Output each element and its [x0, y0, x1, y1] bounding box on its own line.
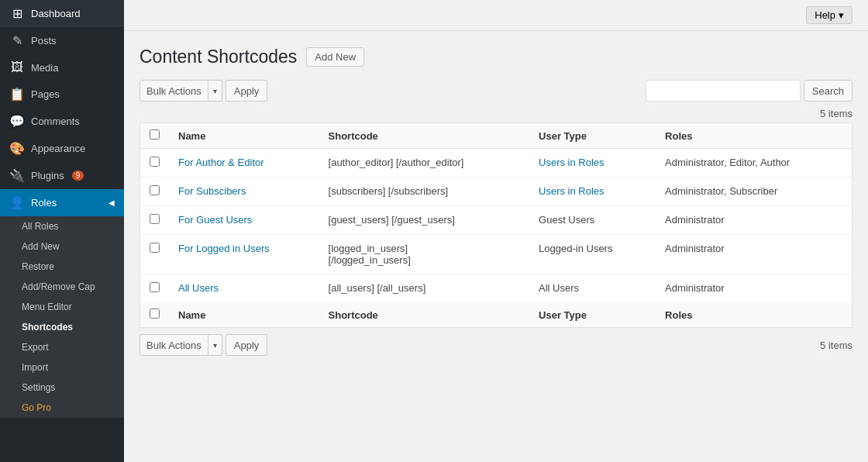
- pages-icon: 📋: [9, 87, 25, 102]
- page-title-row: Content Shortcodes Add New: [140, 47, 852, 67]
- row-user-type-cell: Users in Roles: [529, 149, 656, 178]
- roles-submenu: All Roles Add New Restore Add/Remove Cap…: [0, 216, 124, 418]
- header-roles: Roles: [656, 123, 852, 149]
- sidebar-item-plugins[interactable]: 🔌 Plugins 9: [0, 162, 124, 189]
- search-group: Search: [646, 80, 852, 102]
- bulk-actions-select-bottom[interactable]: Bulk Actions: [140, 334, 208, 356]
- plugins-badge: 9: [72, 171, 84, 181]
- header-name: Name: [169, 123, 319, 149]
- row-name-link[interactable]: For Guest Users: [178, 214, 252, 226]
- comments-icon: 💬: [9, 114, 25, 129]
- bulk-actions-group-bottom: Bulk Actions ▾ Apply: [140, 334, 267, 356]
- select-all-checkbox-top[interactable]: [150, 129, 160, 140]
- header-shortcode: Shortcode: [319, 123, 530, 149]
- table-row: For Logged in Users[logged_in_users] [/l…: [140, 235, 852, 274]
- row-roles-cell: Administrator, Editor, Author: [656, 149, 852, 178]
- row-name-cell: For Logged in Users: [169, 235, 319, 274]
- row-user-type-link[interactable]: Users in Roles: [539, 157, 604, 168]
- sidebar: ⊞ Dashboard ✎ Posts 🖼 Media 📋 Pages 💬 Co…: [0, 0, 124, 462]
- shortcodes-table: Name Shortcode User Type Roles For Autho…: [140, 122, 852, 328]
- header-user-type: User Type: [529, 123, 656, 149]
- row-user-type-cell: Users in Roles: [529, 178, 656, 206]
- sidebar-item-posts[interactable]: ✎ Posts: [0, 27, 124, 54]
- row-roles-cell: Administrator, Subscriber: [656, 178, 852, 206]
- row-checkbox[interactable]: [150, 157, 160, 167]
- row-name-cell: For Author & Editor: [169, 149, 319, 178]
- sidebar-item-comments[interactable]: 💬 Comments: [0, 108, 124, 135]
- items-count-top: 5 items: [820, 108, 852, 119]
- bulk-actions-dropdown-top[interactable]: ▾: [208, 80, 222, 102]
- roles-icon: 👤: [9, 195, 25, 210]
- apply-button-bottom[interactable]: Apply: [226, 334, 268, 356]
- sidebar-item-label: Pages: [31, 88, 60, 100]
- sidebar-item-label: Comments: [31, 116, 80, 127]
- table-row: For Guest Users[guest_users] [/guest_use…: [140, 206, 852, 235]
- main-content: Help ▾ Content Shortcodes Add New Bulk A…: [124, 0, 868, 462]
- submenu-shortcodes[interactable]: Shortcodes: [0, 317, 124, 337]
- select-all-checkbox-bottom[interactable]: [150, 309, 160, 319]
- submenu-add-new[interactable]: Add New: [0, 236, 124, 257]
- table-row: For Author & Editor[author_editor] [/aut…: [140, 149, 852, 178]
- row-name-cell: For Guest Users: [169, 206, 319, 235]
- row-name-cell: For Subscibers: [169, 178, 319, 206]
- media-icon: 🖼: [9, 60, 25, 74]
- row-checkbox-cell: [140, 235, 170, 274]
- submenu-all-roles[interactable]: All Roles: [0, 216, 124, 236]
- row-checkbox-cell: [140, 178, 170, 206]
- submenu-export[interactable]: Export: [0, 337, 124, 357]
- row-name-cell: All Users: [169, 274, 319, 303]
- footer-header-shortcode: Shortcode: [319, 302, 530, 328]
- table-body: For Author & Editor[author_editor] [/aut…: [140, 149, 852, 303]
- sidebar-item-media[interactable]: 🖼 Media: [0, 54, 124, 81]
- items-count-bottom: 5 items: [820, 340, 852, 351]
- row-shortcode-cell: [author_editor] [/author_editor]: [319, 149, 530, 178]
- row-shortcode-cell: [logged_in_users] [/logged_in_users]: [319, 235, 530, 274]
- row-checkbox-cell: [140, 274, 170, 303]
- table-controls-top: Bulk Actions ▾ Apply Search: [140, 80, 852, 102]
- posts-icon: ✎: [9, 33, 25, 48]
- table-row: All Users[all_users] [/all_users]All Use…: [140, 274, 852, 303]
- content-area: Content Shortcodes Add New Bulk Actions …: [124, 31, 868, 462]
- row-shortcode-cell: [guest_users] [/guest_users]: [319, 206, 530, 235]
- row-name-link[interactable]: For Author & Editor: [178, 157, 264, 168]
- submenu-restore[interactable]: Restore: [0, 257, 124, 277]
- row-name-link[interactable]: For Logged in Users: [178, 243, 270, 254]
- row-checkbox[interactable]: [150, 214, 160, 224]
- search-button[interactable]: Search: [804, 80, 852, 102]
- sidebar-item-roles[interactable]: 👤 Roles ◀: [0, 189, 124, 216]
- help-button[interactable]: Help ▾: [806, 6, 852, 24]
- submenu-settings[interactable]: Settings: [0, 378, 124, 398]
- sidebar-item-appearance[interactable]: 🎨 Appearance: [0, 135, 124, 162]
- row-roles-cell: Administrator: [656, 274, 852, 303]
- bulk-actions-dropdown-bottom[interactable]: ▾: [208, 334, 222, 356]
- dashboard-icon: ⊞: [9, 6, 25, 21]
- row-checkbox[interactable]: [150, 282, 160, 292]
- sidebar-item-label: Posts: [31, 35, 57, 47]
- footer-header-roles: Roles: [656, 302, 852, 328]
- submenu-add-remove-cap[interactable]: Add/Remove Cap: [0, 277, 124, 297]
- sidebar-item-pages[interactable]: 📋 Pages: [0, 81, 124, 108]
- row-checkbox[interactable]: [150, 185, 160, 195]
- row-roles-cell: Administrator: [656, 206, 852, 235]
- row-user-type-link[interactable]: Users in Roles: [539, 185, 604, 197]
- footer-header-name: Name: [169, 302, 319, 328]
- row-roles-cell: Administrator: [656, 235, 852, 274]
- apply-button-top[interactable]: Apply: [226, 80, 268, 102]
- row-checkbox[interactable]: [150, 243, 160, 253]
- help-label: Help: [815, 9, 835, 21]
- row-user-type-cell: Logged-in Users: [529, 235, 656, 274]
- bulk-actions-group-top: Bulk Actions ▾ Apply: [140, 80, 267, 102]
- submenu-menu-editor[interactable]: Menu Editor: [0, 297, 124, 317]
- add-new-button[interactable]: Add New: [306, 47, 364, 67]
- bulk-actions-select-top[interactable]: Bulk Actions: [140, 80, 208, 102]
- row-name-link[interactable]: For Subscibers: [178, 185, 246, 197]
- row-shortcode-cell: [subscribers] [/subscribers]: [319, 178, 530, 206]
- search-input[interactable]: [646, 80, 801, 102]
- sidebar-item-label: Dashboard: [31, 8, 81, 19]
- sidebar-item-dashboard[interactable]: ⊞ Dashboard: [0, 0, 124, 27]
- appearance-icon: 🎨: [9, 141, 25, 156]
- row-name-link[interactable]: All Users: [178, 282, 219, 294]
- sidebar-item-label: Media: [31, 62, 58, 74]
- submenu-go-pro[interactable]: Go Pro: [0, 398, 124, 418]
- submenu-import[interactable]: Import: [0, 357, 124, 378]
